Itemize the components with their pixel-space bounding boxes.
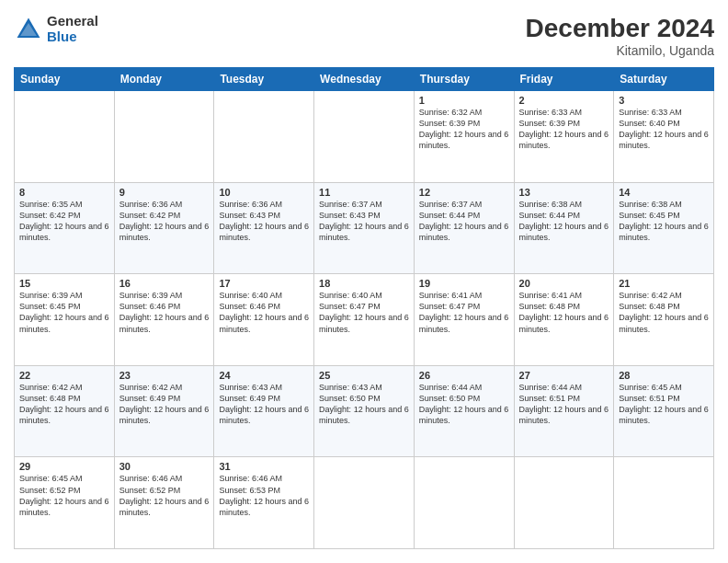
calendar-cell: 12Sunrise: 6:37 AMSunset: 6:44 PMDayligh… — [414, 182, 514, 274]
day-info: Sunrise: 6:45 AMSunset: 6:52 PMDaylight:… — [19, 474, 109, 516]
day-info: Sunrise: 6:45 AMSunset: 6:51 PMDaylight:… — [619, 383, 709, 425]
day-info: Sunrise: 6:43 AMSunset: 6:49 PMDaylight:… — [219, 383, 309, 425]
header: General Blue December 2024 Kitamilo, Uga… — [14, 14, 714, 58]
calendar-cell: 29Sunrise: 6:45 AMSunset: 6:52 PMDayligh… — [15, 457, 115, 549]
day-info: Sunrise: 6:44 AMSunset: 6:50 PMDaylight:… — [419, 383, 509, 425]
calendar-cell — [15, 91, 115, 183]
day-info: Sunrise: 6:33 AMSunset: 6:39 PMDaylight:… — [519, 108, 609, 150]
calendar-cell: 22Sunrise: 6:42 AMSunset: 6:48 PMDayligh… — [15, 365, 115, 457]
day-info: Sunrise: 6:46 AMSunset: 6:52 PMDaylight:… — [119, 474, 210, 516]
col-header-tuesday: Tuesday — [214, 68, 314, 91]
calendar-cell — [314, 457, 415, 549]
day-number: 12 — [419, 187, 509, 198]
day-number: 30 — [119, 461, 210, 472]
day-number: 31 — [219, 461, 309, 472]
day-number: 9 — [119, 187, 210, 198]
logo: General Blue — [14, 14, 98, 44]
calendar-cell: 21Sunrise: 6:42 AMSunset: 6:48 PMDayligh… — [614, 274, 714, 366]
calendar-cell: 30Sunrise: 6:46 AMSunset: 6:52 PMDayligh… — [114, 457, 214, 549]
day-number: 2 — [519, 95, 609, 106]
day-number: 21 — [619, 278, 709, 289]
calendar-cell: 27Sunrise: 6:44 AMSunset: 6:51 PMDayligh… — [514, 365, 614, 457]
day-number: 22 — [19, 370, 109, 381]
col-header-wednesday: Wednesday — [314, 68, 415, 91]
calendar-cell — [314, 91, 415, 183]
day-number: 25 — [319, 370, 409, 381]
day-number: 17 — [219, 278, 309, 289]
calendar-table: SundayMondayTuesdayWednesdayThursdayFrid… — [14, 67, 714, 549]
subtitle: Kitamilo, Uganda — [526, 43, 714, 58]
day-info: Sunrise: 6:32 AMSunset: 6:39 PMDaylight:… — [419, 108, 509, 150]
logo-icon — [14, 15, 43, 44]
main-title: December 2024 — [526, 14, 714, 43]
calendar-cell: 16Sunrise: 6:39 AMSunset: 6:46 PMDayligh… — [114, 274, 214, 366]
calendar-cell: 19Sunrise: 6:41 AMSunset: 6:47 PMDayligh… — [414, 274, 514, 366]
col-header-friday: Friday — [514, 68, 614, 91]
calendar-cell: 8Sunrise: 6:35 AMSunset: 6:42 PMDaylight… — [15, 182, 115, 274]
calendar-cell: 13Sunrise: 6:38 AMSunset: 6:44 PMDayligh… — [514, 182, 614, 274]
day-number: 29 — [19, 461, 109, 472]
day-info: Sunrise: 6:43 AMSunset: 6:50 PMDaylight:… — [319, 383, 409, 425]
day-info: Sunrise: 6:42 AMSunset: 6:48 PMDaylight:… — [619, 291, 709, 333]
day-number: 13 — [519, 187, 609, 198]
calendar-cell: 20Sunrise: 6:41 AMSunset: 6:48 PMDayligh… — [514, 274, 614, 366]
day-info: Sunrise: 6:38 AMSunset: 6:45 PMDaylight:… — [619, 200, 709, 242]
calendar-cell — [514, 457, 614, 549]
day-info: Sunrise: 6:36 AMSunset: 6:42 PMDaylight:… — [119, 200, 210, 242]
calendar-cell — [114, 91, 214, 183]
calendar-cell: 2Sunrise: 6:33 AMSunset: 6:39 PMDaylight… — [514, 91, 614, 183]
day-info: Sunrise: 6:42 AMSunset: 6:48 PMDaylight:… — [19, 383, 109, 425]
day-number: 20 — [519, 278, 609, 289]
day-info: Sunrise: 6:38 AMSunset: 6:44 PMDaylight:… — [519, 200, 609, 242]
calendar-cell: 31Sunrise: 6:46 AMSunset: 6:53 PMDayligh… — [214, 457, 314, 549]
day-number: 8 — [19, 187, 109, 198]
day-number: 10 — [219, 187, 309, 198]
day-number: 14 — [619, 187, 709, 198]
calendar-cell: 10Sunrise: 6:36 AMSunset: 6:43 PMDayligh… — [214, 182, 314, 274]
day-info: Sunrise: 6:37 AMSunset: 6:44 PMDaylight:… — [419, 200, 509, 242]
day-info: Sunrise: 6:41 AMSunset: 6:48 PMDaylight:… — [519, 291, 609, 333]
day-info: Sunrise: 6:40 AMSunset: 6:47 PMDaylight:… — [319, 291, 409, 333]
day-number: 23 — [119, 370, 210, 381]
day-number: 16 — [119, 278, 210, 289]
col-header-monday: Monday — [114, 68, 214, 91]
calendar-cell — [214, 91, 314, 183]
day-number: 15 — [19, 278, 109, 289]
day-info: Sunrise: 6:37 AMSunset: 6:43 PMDaylight:… — [319, 200, 409, 242]
day-info: Sunrise: 6:46 AMSunset: 6:53 PMDaylight:… — [219, 474, 309, 516]
calendar-cell: 1Sunrise: 6:32 AMSunset: 6:39 PMDaylight… — [414, 91, 514, 183]
col-header-saturday: Saturday — [614, 68, 714, 91]
day-info: Sunrise: 6:44 AMSunset: 6:51 PMDaylight:… — [519, 383, 609, 425]
day-info: Sunrise: 6:41 AMSunset: 6:47 PMDaylight:… — [419, 291, 509, 333]
day-number: 11 — [319, 187, 409, 198]
day-number: 28 — [619, 370, 709, 381]
day-info: Sunrise: 6:36 AMSunset: 6:43 PMDaylight:… — [219, 200, 309, 242]
page: General Blue December 2024 Kitamilo, Uga… — [0, 0, 728, 563]
day-info: Sunrise: 6:42 AMSunset: 6:49 PMDaylight:… — [119, 383, 210, 425]
calendar-cell: 28Sunrise: 6:45 AMSunset: 6:51 PMDayligh… — [614, 365, 714, 457]
calendar-cell: 24Sunrise: 6:43 AMSunset: 6:49 PMDayligh… — [214, 365, 314, 457]
calendar-cell: 25Sunrise: 6:43 AMSunset: 6:50 PMDayligh… — [314, 365, 415, 457]
calendar-cell — [414, 457, 514, 549]
day-info: Sunrise: 6:33 AMSunset: 6:40 PMDaylight:… — [619, 108, 709, 150]
day-info: Sunrise: 6:39 AMSunset: 6:45 PMDaylight:… — [19, 291, 109, 333]
calendar-cell: 17Sunrise: 6:40 AMSunset: 6:46 PMDayligh… — [214, 274, 314, 366]
calendar-cell: 14Sunrise: 6:38 AMSunset: 6:45 PMDayligh… — [614, 182, 714, 274]
col-header-sunday: Sunday — [15, 68, 115, 91]
calendar-cell — [614, 457, 714, 549]
calendar-cell: 18Sunrise: 6:40 AMSunset: 6:47 PMDayligh… — [314, 274, 415, 366]
logo-general-text: General — [47, 14, 98, 29]
day-number: 18 — [319, 278, 409, 289]
day-info: Sunrise: 6:39 AMSunset: 6:46 PMDaylight:… — [119, 291, 210, 333]
day-number: 26 — [419, 370, 509, 381]
calendar-cell: 9Sunrise: 6:36 AMSunset: 6:42 PMDaylight… — [114, 182, 214, 274]
day-number: 1 — [419, 95, 509, 106]
day-number: 27 — [519, 370, 609, 381]
logo-text: General Blue — [47, 14, 98, 44]
day-number: 19 — [419, 278, 509, 289]
calendar-cell: 15Sunrise: 6:39 AMSunset: 6:45 PMDayligh… — [15, 274, 115, 366]
day-info: Sunrise: 6:40 AMSunset: 6:46 PMDaylight:… — [219, 291, 309, 333]
title-block: December 2024 Kitamilo, Uganda — [526, 14, 714, 58]
calendar-cell: 23Sunrise: 6:42 AMSunset: 6:49 PMDayligh… — [114, 365, 214, 457]
day-info: Sunrise: 6:35 AMSunset: 6:42 PMDaylight:… — [19, 200, 109, 242]
